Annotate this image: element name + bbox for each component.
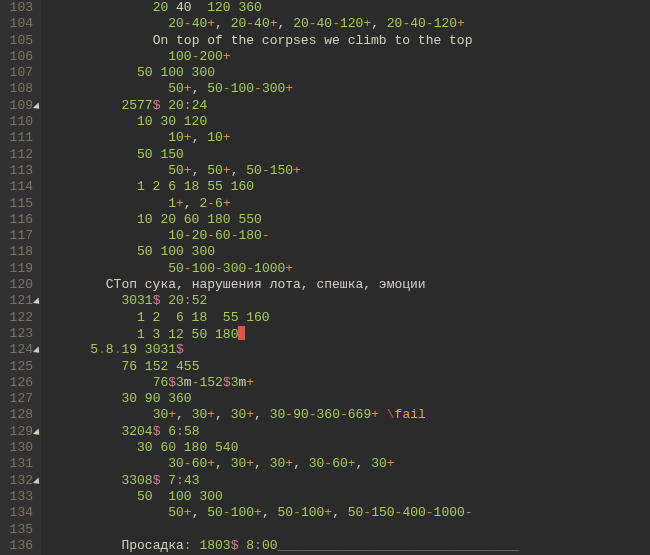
line-number[interactable]: 106	[5, 49, 33, 65]
code-line[interactable]: 20 40 120 360	[59, 0, 519, 16]
line-number[interactable]: 125	[5, 359, 33, 375]
line-number[interactable]: 131	[5, 456, 33, 472]
code-line[interactable]: 100-200+	[59, 49, 519, 65]
code-line[interactable]: 1 2 6 18 55 160	[59, 310, 519, 326]
line-number[interactable]: 108	[5, 81, 33, 97]
code-line[interactable]: 10 20 60 180 550	[59, 212, 519, 228]
code-line[interactable]: 50+, 50+, 50-150+	[59, 163, 519, 179]
token: +	[246, 456, 254, 471]
code-line[interactable]: 1+, 2-6+	[59, 196, 519, 212]
code-line[interactable]: Просадка: 1803$ 8:00____________________…	[59, 538, 519, 554]
token: $	[223, 375, 231, 390]
line-number-gutter[interactable]: 1031041051061071081091101111121131141151…	[0, 0, 41, 555]
token: :	[176, 424, 184, 439]
token: 50	[348, 505, 364, 520]
token: 60	[215, 228, 231, 243]
token: 152	[199, 375, 222, 390]
code-line[interactable]: 30 90 360	[59, 391, 519, 407]
code-line[interactable]: 3308$ 7:43	[59, 473, 519, 489]
code-line[interactable]: 5.8.19 3031$	[59, 342, 519, 358]
token: 50 150	[137, 147, 184, 162]
code-line[interactable]: 50 100 300	[59, 65, 519, 81]
code-line[interactable]: 20-40+, 20-40+, 20-40-120+, 20-40-120+	[59, 16, 519, 32]
token: -	[340, 407, 348, 422]
token: 60	[192, 456, 208, 471]
code-line[interactable]: 50 100 300	[59, 244, 519, 260]
line-number[interactable]: 124	[5, 342, 33, 358]
token: 6	[215, 196, 223, 211]
token: m	[184, 375, 192, 390]
token: 669	[348, 407, 371, 422]
line-number[interactable]: 104	[5, 16, 33, 32]
code-line[interactable]: 2577$ 20:24	[59, 98, 519, 114]
token: ,	[356, 456, 372, 471]
code-line[interactable]: 50 150	[59, 147, 519, 163]
line-number[interactable]: 135	[5, 522, 33, 538]
line-number[interactable]: 130	[5, 440, 33, 456]
line-number[interactable]: 114	[5, 179, 33, 195]
code-line[interactable]: 1 3 12 50 180	[59, 326, 519, 342]
token: 40	[317, 16, 333, 31]
line-number[interactable]: 109	[5, 98, 33, 114]
code-line[interactable]: 3204$ 6:58	[59, 424, 519, 440]
line-number[interactable]: 103	[5, 0, 33, 16]
token: 8	[106, 342, 114, 357]
code-line[interactable]: 50+, 50-100+, 50-100+, 50-150-400-1000-	[59, 505, 519, 521]
code-line[interactable]: 50+, 50-100-300+	[59, 81, 519, 97]
line-number[interactable]: 120	[5, 277, 33, 293]
code-line[interactable]: 3031$ 20:52	[59, 293, 519, 309]
token: 40	[176, 0, 207, 15]
line-number[interactable]: 123	[5, 326, 33, 342]
token: 120	[340, 16, 363, 31]
token: 30	[309, 456, 325, 471]
line-number[interactable]: 136	[5, 538, 33, 554]
line-number[interactable]: 133	[5, 489, 33, 505]
token: +	[184, 130, 192, 145]
line-number[interactable]: 112	[5, 147, 33, 163]
line-number[interactable]: 107	[5, 65, 33, 81]
code-line[interactable]: 30-60+, 30+, 30+, 30-60+, 30+	[59, 456, 519, 472]
line-number[interactable]: 115	[5, 196, 33, 212]
line-number[interactable]: 119	[5, 261, 33, 277]
code-line[interactable]: 30+, 30+, 30+, 30-90-360-669+ \fail	[59, 407, 519, 423]
line-number[interactable]: 105	[5, 33, 33, 49]
token: 60	[332, 456, 348, 471]
code-line[interactable]: 10-20-60-180-	[59, 228, 519, 244]
code-line[interactable]: 76$3m-152$3m+	[59, 375, 519, 391]
line-number[interactable]: 129	[5, 424, 33, 440]
line-number[interactable]: 111	[5, 130, 33, 146]
code-area[interactable]: 20 40 120 360 20-40+, 20-40+, 20-40-120+…	[41, 0, 519, 555]
token: ,	[192, 81, 208, 96]
line-number[interactable]: 116	[5, 212, 33, 228]
token: ,	[231, 163, 247, 178]
code-line[interactable]: On top of the corpses we climb to the to…	[59, 33, 519, 49]
line-number[interactable]: 110	[5, 114, 33, 130]
code-line[interactable]: 1 2 6 18 55 160	[59, 179, 519, 195]
line-number[interactable]: 127	[5, 391, 33, 407]
code-line[interactable]: 30 60 180 540	[59, 440, 519, 456]
token: -	[184, 456, 192, 471]
token: 100	[301, 505, 324, 520]
token: 100	[231, 505, 254, 520]
token: 1000	[254, 261, 285, 276]
line-number[interactable]: 113	[5, 163, 33, 179]
line-number[interactable]: 126	[5, 375, 33, 391]
code-line[interactable]: СТоп сука, нарушения лота, спешка, эмоци…	[59, 277, 519, 293]
line-number[interactable]: 128	[5, 407, 33, 423]
token: :	[254, 538, 262, 553]
code-line[interactable]: 76 152 455	[59, 359, 519, 375]
code-line[interactable]	[59, 522, 519, 538]
line-number[interactable]: 134	[5, 505, 33, 521]
token: -	[426, 16, 434, 31]
line-number[interactable]: 122	[5, 310, 33, 326]
code-line[interactable]: 10 30 120	[59, 114, 519, 130]
token: :	[184, 538, 200, 553]
code-line[interactable]: 10+, 10+	[59, 130, 519, 146]
line-number[interactable]: 117	[5, 228, 33, 244]
line-number[interactable]: 118	[5, 244, 33, 260]
line-number[interactable]: 121	[5, 293, 33, 309]
code-line[interactable]: 50 100 300	[59, 489, 519, 505]
token: 50	[207, 81, 223, 96]
line-number[interactable]: 132	[5, 473, 33, 489]
code-line[interactable]: 50-100-300-1000+	[59, 261, 519, 277]
